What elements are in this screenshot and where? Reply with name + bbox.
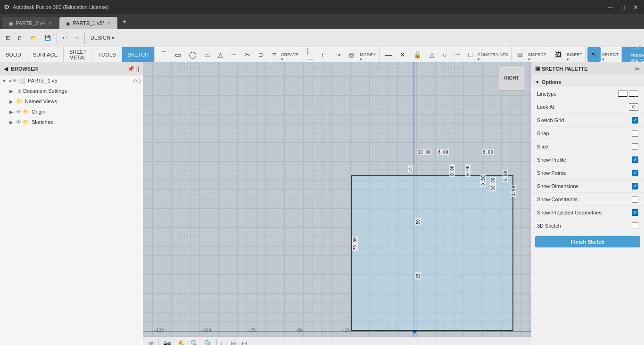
sketch-3d-checkbox[interactable] [632, 222, 638, 229]
show-profile-checkbox[interactable] [632, 156, 638, 163]
home-button[interactable]: ⊞ [3, 32, 13, 45]
tree-item-named-views[interactable]: ▶ 📁 Named Views [0, 96, 143, 107]
circ-pattern[interactable]: ◎ [345, 47, 358, 62]
offset-tool[interactable]: ⊃ [255, 47, 268, 62]
save-button[interactable]: 💾 [41, 32, 54, 45]
show-projected-checkbox[interactable] [632, 209, 638, 216]
select-tool[interactable]: ↖ [587, 47, 601, 62]
create-section: ⌒ ▭ ◯ ⌓ △ ⊣ ✂ ⊃ ≡ CREATE ▾ [155, 47, 301, 62]
tri-constraint[interactable]: △ [426, 47, 438, 62]
inspect-label: INSPECT ▾ [528, 52, 546, 62]
menu-tab-tools[interactable]: TOOLS [92, 47, 122, 62]
tree-item-root[interactable]: ▼ ● 👁 ⬜ PARTE_1 v5 ⚙ ⊙ [0, 75, 143, 86]
app-icon: ⚙ [4, 3, 10, 11]
other-constraint[interactable]: ⊣ [451, 47, 464, 62]
browser-pin-icon[interactable]: 📌 [127, 66, 134, 72]
sketch-canvas[interactable]: -125 -100 -75 -50 -25 -125 10.00 6.00 6.… [143, 62, 531, 345]
poly-tool[interactable]: △ [214, 47, 227, 62]
horiz-constraint[interactable]: — [381, 47, 396, 62]
show-dimensions-checkbox[interactable] [632, 183, 638, 189]
project-tool[interactable]: |— [303, 47, 317, 62]
circle-icon: ◯ [189, 51, 197, 58]
canvas-area[interactable]: -125 -100 -75 -50 -25 -125 10.00 6.00 6.… [143, 62, 531, 345]
origin-button[interactable]: ⊕ [147, 340, 156, 345]
menu-tab-solid[interactable]: SOLID [0, 47, 27, 62]
slice-checkbox[interactable] [632, 143, 638, 150]
menu-tab-sketch[interactable]: SKETCH [122, 47, 155, 62]
snap-label: Snap [537, 131, 549, 136]
browser-back-icon[interactable]: ◀ [4, 66, 8, 72]
show-constraints-row: Show Constraints [531, 193, 644, 206]
camera-button[interactable]: 📷 [162, 340, 173, 345]
undo-button[interactable]: ↩ [60, 32, 70, 45]
pan-button[interactable]: ✋ [175, 340, 186, 345]
tab-parte1[interactable]: ▣ PARTE_1 v5* ✕ [59, 17, 118, 29]
tab-close-parte2[interactable]: ✕ [48, 21, 52, 26]
tree-item-sketches[interactable]: ▶ 👁 📁 Sketches [0, 117, 143, 127]
rect-tool[interactable]: ▭ [171, 47, 185, 62]
open-button[interactable]: 📂 [27, 32, 40, 45]
origin-eye-icon[interactable]: 👁 [16, 109, 21, 115]
eq-constraint[interactable]: □ [465, 47, 476, 62]
look-at-button[interactable]: ⊙ [629, 103, 638, 111]
finish-sketch-button[interactable]: ✓ FINISH SKETCH ▾ [627, 47, 644, 62]
root-menu-icon[interactable]: ⊙ [137, 78, 141, 83]
fit-button[interactable]: 🔍 [203, 340, 214, 345]
view-toggle[interactable]: ⊟ [240, 340, 249, 345]
finish-sketch-palette-button[interactable]: Finish Sketch [535, 236, 640, 247]
linetype-dashed-icon[interactable] [629, 90, 638, 97]
browser-collapse-icon[interactable]: || [136, 66, 139, 72]
lock-constraint[interactable]: 🔒 [410, 47, 425, 62]
tab-close-parte1[interactable]: ✕ [107, 21, 111, 26]
arc-tool[interactable]: ⌓ [201, 47, 214, 62]
line-tool[interactable]: ⌒ [157, 47, 171, 62]
redo-button[interactable]: ↪ [72, 32, 82, 45]
root-gear-icon[interactable]: ⚙ [133, 78, 137, 83]
tree-label-views: Named Views [25, 99, 141, 104]
intersect-tool[interactable]: ⊢ [318, 47, 331, 62]
dim-0-90-2: 0.90 [465, 164, 471, 177]
inspect-section: ⊞ INSPECT ▾ [512, 47, 550, 62]
maximize-button[interactable]: □ [619, 4, 627, 11]
mirror-icon: ⊸ [335, 51, 341, 58]
view-cube[interactable]: RIGHT [499, 65, 527, 93]
trim-tool[interactable]: ✂ [241, 47, 254, 62]
new-button[interactable]: 🗋 [15, 32, 25, 45]
dim-tool[interactable]: ⊣ [227, 47, 240, 62]
circ-constraint[interactable]: ○ [439, 47, 450, 62]
show-points-checkbox[interactable] [632, 170, 638, 176]
inspect-tool[interactable]: ⊞ [513, 47, 527, 62]
design-dropdown[interactable]: DESIGN ▾ [88, 32, 117, 45]
grid-toggle[interactable]: ⊞ [229, 340, 238, 345]
insert-tool[interactable]: 🖼 [551, 47, 565, 62]
hatch-tool[interactable]: ≡ [268, 47, 280, 62]
options-section-header[interactable]: ▼ Options [531, 77, 644, 87]
show-constraints-checkbox[interactable] [632, 196, 638, 203]
mirror-tool[interactable]: ⊸ [331, 47, 345, 62]
linetype-solid-icon[interactable] [618, 90, 627, 97]
tab-parte2[interactable]: ▣ PARTE_2 v4 ✕ [2, 17, 58, 29]
browser-controls[interactable]: 📌 || [127, 66, 139, 72]
tree-item-origin[interactable]: ▶ 👁 📁 Origin [0, 107, 143, 117]
circle-tool[interactable]: ◯ [185, 47, 200, 62]
tree-item-doc-settings[interactable]: ▶ ⚙ Document Settings [0, 86, 143, 96]
orientation-label[interactable]: RIGHT [499, 65, 524, 90]
menu-tab-surface[interactable]: SURFACE [27, 47, 64, 62]
root-eye-icon[interactable]: 👁 [12, 78, 17, 83]
canvas-bottom-toolbar: ⊕ 📷 ✋ 🔍 🔍 □ ⊞ ⊟ [143, 337, 531, 345]
close-button[interactable]: ✕ [631, 4, 640, 11]
title-bar-right[interactable]: ─ □ ✕ [606, 4, 640, 11]
sketches-eye-icon[interactable]: 👁 [16, 119, 21, 125]
snap-checkbox[interactable] [632, 130, 638, 137]
palette-expand-icon[interactable]: ≫ [634, 66, 640, 72]
linetype-controls[interactable] [618, 90, 638, 97]
create-label: CREATE ▾ [281, 52, 298, 62]
sketch-grid-checkbox[interactable] [632, 117, 638, 123]
new-tab-button[interactable]: + [118, 17, 130, 26]
vert-constraint[interactable]: ✕ [396, 47, 409, 62]
display-mode[interactable]: □ [220, 340, 226, 345]
zoom-button[interactable]: 🔍 [189, 340, 200, 345]
menu-tab-sheet-metal[interactable]: SHEET METAL [64, 47, 92, 62]
minimize-button[interactable]: ─ [606, 4, 614, 11]
dim-1-00: 1.00 [511, 185, 516, 197]
